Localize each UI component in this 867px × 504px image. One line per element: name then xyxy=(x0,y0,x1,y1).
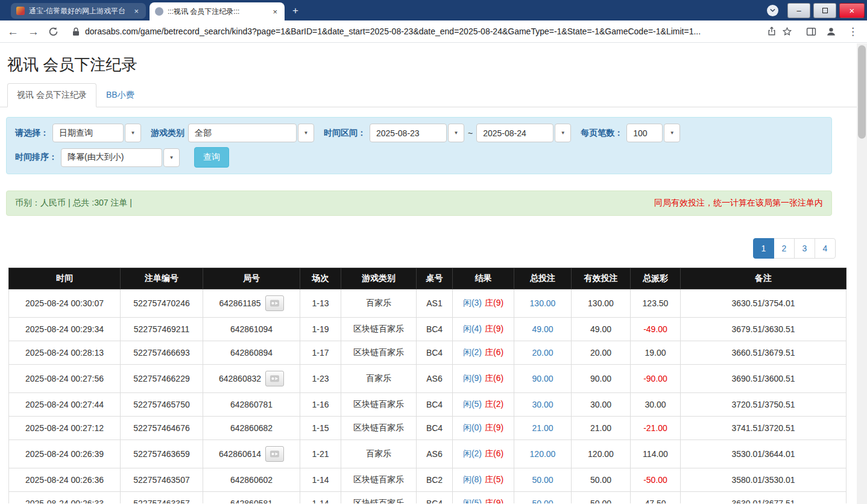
total-bet-link[interactable]: 130.00 xyxy=(530,298,556,308)
cell-time: 2025-08-24 00:28:13 xyxy=(9,341,121,365)
cell-round-id: 642860832 xyxy=(203,365,300,393)
cell-bet-id: 522757470246 xyxy=(121,289,203,318)
caret-down-icon[interactable]: ▼ xyxy=(125,124,141,142)
replay-button[interactable] xyxy=(265,371,284,386)
cell-table-no: BC4 xyxy=(417,393,453,417)
total-bet-link[interactable]: 120.00 xyxy=(530,449,556,459)
page-size-group: 每页笔数： 100 ▼ xyxy=(581,124,680,142)
back-icon[interactable]: ← xyxy=(7,26,19,37)
page-scrollbar[interactable] xyxy=(857,43,867,504)
payout-value: 30.00 xyxy=(645,400,666,409)
round-id-text: 642860832 xyxy=(219,374,261,383)
replay-video-icon xyxy=(270,450,280,458)
result-banker: 庄(5) xyxy=(485,474,503,484)
total-bet-link[interactable]: 90.00 xyxy=(532,374,553,383)
query-type-value[interactable]: 日期查询 xyxy=(52,124,124,142)
total-bet-link[interactable]: 30.00 xyxy=(532,400,553,409)
date-start-value[interactable]: 2025-08-23 xyxy=(370,124,447,142)
result-player: 闲(0) xyxy=(463,423,482,432)
new-tab-button[interactable]: + xyxy=(288,4,303,18)
maximize-button[interactable] xyxy=(813,3,836,18)
minimize-button[interactable]: – xyxy=(787,3,810,18)
cell-result: 闲(0)庄(9) xyxy=(453,417,514,440)
cell-time: 2025-08-24 00:26:33 xyxy=(9,492,121,504)
game-type-select[interactable]: 全部 ▼ xyxy=(188,124,314,142)
replay-button[interactable] xyxy=(265,446,284,462)
total-bet-link[interactable]: 20.00 xyxy=(532,348,553,358)
table-row: 2025-08-24 00:26:33 522757463357 6428605… xyxy=(9,492,847,504)
caret-down-icon[interactable]: ▼ xyxy=(448,124,464,142)
sort-value[interactable]: 降幂(由大到小) xyxy=(61,148,162,167)
caret-down-icon[interactable]: ▼ xyxy=(555,124,571,142)
cell-payout: -90.00 xyxy=(631,365,681,393)
sort-label: 时间排序： xyxy=(15,152,57,163)
result-player: 闲(5) xyxy=(463,399,482,409)
profile-avatar-icon[interactable] xyxy=(825,26,837,37)
search-button[interactable]: 查询 xyxy=(194,147,229,168)
tab-close-icon[interactable]: × xyxy=(132,7,140,16)
forward-icon[interactable]: → xyxy=(28,26,39,37)
reload-icon[interactable] xyxy=(48,27,58,37)
side-panel-icon[interactable] xyxy=(806,27,816,37)
tab-bb-tip[interactable]: BB小费 xyxy=(96,83,144,107)
column-header: 备注 xyxy=(681,268,847,289)
date-end-select[interactable]: 2025-08-24 ▼ xyxy=(476,124,571,142)
cell-note: 3630.51/3754.01 xyxy=(681,289,847,318)
window-close-button[interactable]: × xyxy=(839,3,865,18)
payout-value: -90.00 xyxy=(643,374,667,383)
cell-round-id: 642860781 xyxy=(203,393,300,417)
page-size-select[interactable]: 100 ▼ xyxy=(626,124,680,142)
payout-value: -50.00 xyxy=(643,475,667,485)
share-icon[interactable] xyxy=(767,27,777,36)
sort-select[interactable]: 降幂(由大到小) ▼ xyxy=(61,148,180,167)
browser-chrome: 通宝-信誉最好的网上游戏平台 × :::视讯 会员下注纪录::: × + – ×… xyxy=(0,0,867,43)
filter-panel: 请选择： 日期查询 ▼ 游戏类别 全部 ▼ 时间区间： 2025-08-23 ▼ xyxy=(6,117,832,174)
total-bet-link[interactable]: 50.00 xyxy=(532,475,553,485)
url-text[interactable]: dorasabs.com/game/betrecord_search/kind3… xyxy=(85,27,761,36)
browser-tab-active[interactable]: :::视讯 会员下注纪录::: × xyxy=(150,2,285,20)
address-bar[interactable]: dorasabs.com/game/betrecord_search/kind3… xyxy=(68,22,797,40)
pagination-page-button[interactable]: 1 xyxy=(753,238,774,259)
page-tab-bar: 视讯 会员下注纪录 BB小费 xyxy=(0,83,857,107)
browser-menu-icon[interactable]: ⋮ xyxy=(846,25,860,38)
caret-down-icon[interactable]: ▼ xyxy=(664,124,680,142)
cell-total-bet: 50.00 xyxy=(514,468,572,492)
table-row: 2025-08-24 00:27:44 522757465750 6428607… xyxy=(9,393,847,417)
pagination-page-button[interactable]: 3 xyxy=(794,238,815,259)
cell-total-bet: 120.00 xyxy=(514,440,572,468)
cell-payout: 47.50 xyxy=(631,492,681,504)
padlock-icon[interactable] xyxy=(72,27,80,36)
caret-down-icon[interactable]: ▼ xyxy=(163,148,180,167)
pagination-page-button[interactable]: 4 xyxy=(815,238,836,259)
cell-result: 闲(5)庄(9) xyxy=(453,492,514,504)
total-bet-link[interactable]: 50.00 xyxy=(532,499,553,503)
game-type-value[interactable]: 全部 xyxy=(188,124,297,142)
game-type-label: 游戏类别 xyxy=(151,128,184,139)
scrollbar-thumb[interactable] xyxy=(858,45,866,139)
query-type-select[interactable]: 日期查询 ▼ xyxy=(52,124,141,142)
date-start-select[interactable]: 2025-08-23 ▼ xyxy=(370,124,464,142)
caret-down-icon[interactable]: ▼ xyxy=(298,124,314,142)
bookmark-star-icon[interactable] xyxy=(782,27,792,37)
tab-title: :::视讯 会员下注纪录::: xyxy=(168,7,266,17)
tab-close-icon[interactable]: × xyxy=(271,7,279,16)
cell-bet-id: 522757466229 xyxy=(121,365,203,393)
date-end-value[interactable]: 2025-08-24 xyxy=(476,124,553,142)
column-header: 有效投注 xyxy=(572,268,631,289)
table-body: 2025-08-24 00:30:07 522757470246 6428611… xyxy=(9,289,847,504)
replay-button[interactable] xyxy=(265,295,284,311)
browser-tab-inactive[interactable]: 通宝-信誉最好的网上游戏平台 × xyxy=(11,3,146,19)
cell-game-type: 百家乐 xyxy=(341,289,417,318)
total-bet-link[interactable]: 21.00 xyxy=(532,423,553,433)
payout-value: -21.00 xyxy=(643,423,667,433)
pagination-page-button[interactable]: 2 xyxy=(774,238,795,259)
cell-result: 闲(9)庄(6) xyxy=(453,365,514,393)
cell-game-type: 区块链百家乐 xyxy=(341,393,417,417)
tab-bet-records[interactable]: 视讯 会员下注纪录 xyxy=(7,83,96,107)
cell-total-bet: 90.00 xyxy=(514,365,572,393)
tab-search-icon[interactable] xyxy=(767,5,778,16)
column-header: 游戏类别 xyxy=(341,268,417,289)
cell-valid-bet: 50.00 xyxy=(572,468,631,492)
total-bet-link[interactable]: 49.00 xyxy=(532,324,553,334)
page-size-value[interactable]: 100 xyxy=(626,124,663,142)
